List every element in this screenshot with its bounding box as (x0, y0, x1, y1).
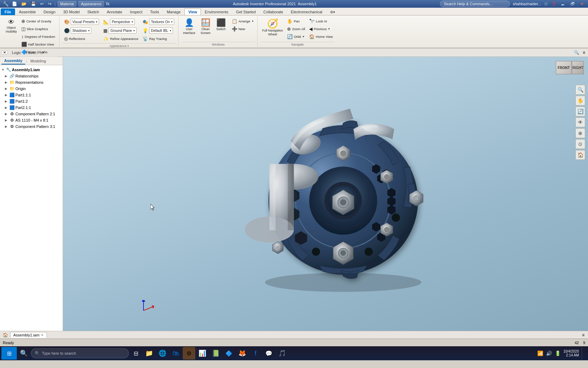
minimize-btn[interactable]: 🗕 (559, 1, 566, 6)
orbit-btn[interactable]: 🔄 Orbit ▾ (285, 33, 307, 40)
tree-item-origin[interactable]: ▶ 📁 Origin (0, 86, 63, 92)
tree-item-comp-pattern-3[interactable]: ▶ ⚙ Component Pattern 3:1 (0, 123, 63, 130)
tab-design[interactable]: Design (40, 8, 59, 15)
zoom-in-btn[interactable]: 🔍 (575, 85, 585, 95)
zoom-all-btn[interactable]: ⊕ Zoom All (285, 25, 307, 33)
material-dropdown[interactable]: Material (58, 1, 76, 7)
ground-plane-btn[interactable]: ▦ Ground Plane ▾ (102, 26, 140, 35)
expand-icon[interactable]: ▼ (1, 68, 5, 71)
taskbar-edge[interactable]: 🌐 (156, 347, 169, 360)
visual-presets-btn[interactable]: 🎨 Visual Presets ▾ (62, 18, 101, 26)
expand-icon-3[interactable]: ▶ (5, 81, 8, 84)
appearance-dropdown[interactable]: Appearance (78, 1, 104, 7)
tab-environments[interactable]: Environments (201, 8, 232, 15)
user-interface-btn[interactable]: 👤 UserInterface (181, 18, 197, 36)
qa-redo-btn[interactable]: ↪ (47, 1, 52, 7)
tab-sketch[interactable]: Sketch (84, 8, 103, 15)
pan-btn[interactable]: ✋ Pan (285, 18, 307, 25)
default-ibl-combo[interactable]: Default IBL ▾ (149, 27, 173, 34)
subtab-logic[interactable]: Logic (10, 50, 23, 55)
tab-manage[interactable]: Manage (163, 8, 184, 15)
shadows-btn[interactable]: 🌑 Shadows ▾ (62, 26, 101, 35)
tab-annotate[interactable]: Annotate (103, 8, 126, 15)
default-ibl-btn[interactable]: 💡 Default IBL ▾ (141, 26, 176, 35)
taskbar-battery-icon[interactable]: 🔋 (555, 350, 561, 356)
expand-icon-6[interactable]: ▶ (5, 100, 8, 103)
tree-item-comp-pattern-2[interactable]: ▶ ⚙ Component Pattern 2:1 (0, 111, 63, 117)
object-visibility-btn[interactable]: 👁 ObjectVisibility (4, 18, 19, 35)
tree-item-as1110[interactable]: ▶ ⚙ AS 1110 - M4 x 8:1 (0, 117, 63, 123)
taskbar-excel[interactable]: 📗 (209, 347, 222, 360)
refine-appearance-btn[interactable]: ✨ Refine Appearance (102, 35, 140, 42)
shadows-combo[interactable]: Shadows ▾ (71, 27, 91, 34)
clean-screen-btn[interactable]: 🪟 CleanScreen (198, 18, 213, 36)
home-nav-btn[interactable]: 🏠 (575, 150, 585, 160)
qa-new-btn[interactable]: 📄 (11, 1, 18, 7)
slice-graphics-btn[interactable]: ◫ Slice Graphics (20, 25, 57, 33)
close-icon[interactable]: ✕ (3, 50, 6, 54)
taskbar-clock[interactable]: 10/4/2020 2:14 AM (564, 349, 579, 357)
expand-icon-10[interactable]: ▶ (5, 125, 8, 128)
expand-icon-9[interactable]: ▶ (5, 118, 8, 122)
expand-icon-8[interactable]: ▶ (5, 112, 8, 116)
add-panel-btn[interactable]: + (41, 49, 46, 56)
expand-icon-7[interactable]: ▶ (5, 106, 8, 109)
close-tab-btn[interactable]: ✕ (1, 50, 8, 55)
half-section-btn[interactable]: ⬛ Half Section View (20, 41, 57, 48)
hand-pan-btn[interactable]: ✋ (575, 96, 585, 105)
expand-icon-2[interactable]: ▶ (5, 74, 8, 78)
switch-btn[interactable]: ⬛ Switch (214, 18, 228, 33)
search-panel-btn[interactable]: 🔍 (573, 49, 581, 56)
qa-undo-btn[interactable]: ↩ (39, 1, 45, 7)
panel-tab-modeling[interactable]: Modeling (28, 58, 49, 64)
tree-item-representations[interactable]: ▶ 📁 Representations (0, 79, 63, 86)
reflections-btn[interactable]: ◎ Reflections (62, 35, 101, 42)
qa-open-btn[interactable]: 📂 (20, 1, 28, 7)
3d-viewport[interactable]: FRONT RIGHT 🔍 ✋ 🔄 👁 ⊕ ⊙ 🏠 (63, 57, 588, 331)
viewcube[interactable]: FRONT RIGHT (556, 61, 584, 82)
full-nav-wheel-btn[interactable]: 🧭 Full NavigationWheel (260, 18, 285, 38)
tab-assemble[interactable]: Assemble (15, 8, 40, 15)
cart-icon[interactable]: 🛒 (544, 2, 549, 6)
help-search[interactable]: Search Help & Commands... (440, 1, 510, 7)
expand-icon-5[interactable]: ▶ (5, 93, 8, 97)
taskbar-powerpoint[interactable]: 📊 (196, 347, 209, 360)
restore-btn[interactable]: 🗗 (569, 1, 576, 6)
taskbar-messenger[interactable]: 💬 (262, 347, 275, 360)
doc-tab-close[interactable]: ✕ (41, 333, 44, 337)
tab-3dmodel[interactable]: 3D Model (59, 8, 84, 15)
taskbar-search-icon[interactable]: 🔍 (18, 347, 30, 360)
tab-file[interactable]: File (1, 8, 15, 15)
panel-menu-btn[interactable]: ≡ (581, 49, 587, 56)
tab-tools[interactable]: Tools (146, 8, 163, 15)
viewcube-front[interactable]: FRONT (556, 61, 572, 74)
taskbar-search-box[interactable]: 🔍 Type here to search (31, 348, 129, 358)
home-tab-btn[interactable]: 🏠 (1, 332, 9, 338)
look-at-nav-btn[interactable]: 👁 (575, 117, 585, 127)
visual-presets-combo[interactable]: Visual Presets ▾ (71, 19, 99, 25)
arrange-btn[interactable]: 📋 Arrange ▾ (230, 18, 255, 25)
tree-item-assembly[interactable]: ▼ 🔧 Assembly1.iam (0, 67, 63, 73)
ray-tracing-btn[interactable]: 📡 Ray Tracing (141, 35, 176, 42)
taskbar-inventor[interactable]: ⚙ (183, 347, 195, 360)
taskbar-file-explorer[interactable]: 📁 (143, 347, 155, 360)
taskbar-facebook[interactable]: f (249, 347, 262, 360)
look-at-btn[interactable]: 🔭 Look At (307, 18, 334, 25)
perspective-combo[interactable]: Perspective ▾ (110, 19, 134, 25)
tab-extra[interactable]: ⚙▾ (326, 9, 339, 15)
tree-item-part1-1[interactable]: ▶ 🟦 Part1:1:1 (0, 92, 63, 98)
tree-item-relationships[interactable]: ▶ 🔗 Relationships (0, 73, 63, 79)
taskbar-store[interactable]: 🛍 (169, 347, 182, 360)
tab-inspect[interactable]: Inspect (126, 8, 146, 15)
textures-btn[interactable]: 🎭 Textures On ▾ (141, 18, 176, 26)
taskbar-firefox[interactable]: 🦊 (236, 347, 248, 360)
panel-tab-assembly[interactable]: Assembly (1, 57, 25, 64)
taskbar-more-app1[interactable]: 🎵 (276, 347, 288, 360)
close-btn[interactable]: ✕ (579, 1, 585, 6)
textures-combo[interactable]: Textures On ▾ (149, 19, 174, 25)
taskbar-volume-icon[interactable]: 🔊 (546, 350, 552, 356)
start-button[interactable]: ⊞ (1, 347, 17, 360)
assembly-doc-tab[interactable]: Assembly1.iam ✕ (10, 332, 47, 338)
tree-item-part1-2[interactable]: ▶ 🟦 Part1:2 (0, 98, 63, 104)
degrees-freedom-btn[interactable]: ↕ Degrees of Freedom (20, 33, 57, 40)
